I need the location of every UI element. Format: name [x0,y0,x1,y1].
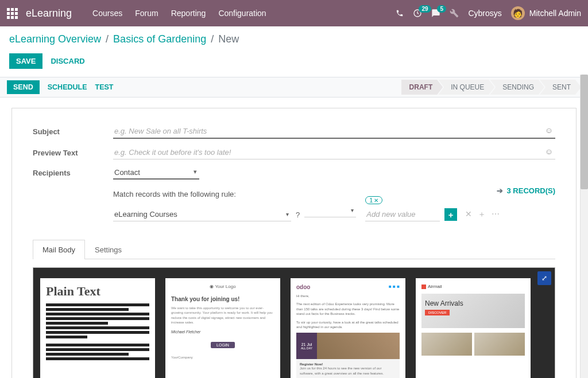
records-link[interactable]: ➔ 3 RECORD(S) [497,186,555,195]
form-sheet: Subject ☺ Preview Text ☺ Recipients Cont… [11,108,577,378]
company-switcher[interactable]: Cybrosys [468,9,501,18]
rule-operator-select[interactable]: ▾ [304,212,356,217]
schedule-button[interactable]: SCHEDULE [48,83,87,91]
workflow-buttons: SEND SCHEDULE TEST [7,80,113,94]
stage-bar: DRAFT IN QUEUE SENDING SENT [401,80,581,95]
expand-icon[interactable]: ⤢ [537,271,551,285]
template-odoo-event[interactable]: odoo■ ■ ■ Hi there, The next edition of … [291,278,405,378]
preview-input[interactable] [113,146,555,159]
form-tabs: Mail Body Settings [33,240,555,259]
preview-label: Preview Text [33,149,113,157]
activities-icon[interactable]: 29 [413,9,422,18]
emoji-icon[interactable]: ☺ [545,126,553,135]
company-name: Cybrosys [468,9,501,18]
user-avatar-icon: 🧑 [511,6,525,20]
rule-delete-icon[interactable]: ✕ [465,209,472,220]
phone-icon[interactable] [396,9,404,17]
rule-more-icon[interactable]: ⋯ [492,209,500,220]
test-button[interactable]: TEST [95,83,114,91]
rule-operator: ? [296,211,300,219]
subject-row: Subject ☺ [33,124,555,139]
nav-forum[interactable]: Forum [135,9,158,18]
user-menu[interactable]: 🧑 Mitchell Admin [511,6,581,20]
emoji-icon[interactable]: ☺ [545,147,553,156]
tag-remove-icon[interactable]: ✕ [374,197,378,204]
stage-sent[interactable]: SENT [540,80,581,95]
form-buttons: SAVE DISCARD [0,50,588,77]
match-rule-label: Match records with the following rule: [113,190,555,198]
rule-add-icon[interactable]: ＋ [478,209,486,220]
filter-rule-row: eLearning Courses▾ ? ▾ 1 ✕ + ✕ ＋ ⋯ [113,208,555,221]
template-thank-you[interactable]: ◉ Your Logo Thank you for joining us! We… [165,278,280,378]
breadcrumb: eLearning Overview / Basics of Gardening… [9,33,579,45]
send-button[interactable]: SEND [7,80,40,94]
stage-in-queue[interactable]: IN QUEUE [438,80,494,95]
mail-body-editor: ⤢ Plain Text ◉ Your Logo Thank you for j… [33,267,555,378]
template-gallery[interactable]: Plain Text ◉ Your Logo Thank you for joi… [33,268,555,378]
activities-badge: 29 [419,5,431,13]
breadcrumb-bar: eLearning Overview / Basics of Gardening… [0,26,588,50]
nav-links: Courses Forum Reporting Configuration [92,9,266,18]
messages-icon[interactable]: 5 [431,9,440,18]
app-brand[interactable]: eLearning [26,7,72,20]
user-name: Mitchell Admin [529,9,581,18]
recipients-label: Recipients [33,169,113,177]
debug-icon[interactable] [450,9,459,18]
breadcrumb-l2[interactable]: Basics of Gardening [113,33,206,45]
rule-actions: ✕ ＋ ⋯ [465,209,500,220]
add-value-button[interactable]: + [444,208,457,221]
messages-badge: 5 [437,5,446,13]
nav-reporting[interactable]: Reporting [171,9,206,18]
save-button[interactable]: SAVE [9,53,42,69]
subject-input[interactable] [113,124,555,139]
breadcrumb-l1[interactable]: eLearning Overview [9,33,101,45]
arrow-right-icon: ➔ [497,186,503,195]
breadcrumb-current: New [218,33,239,45]
apps-menu-icon[interactable] [7,8,18,19]
template-plain-text[interactable]: Plain Text [40,278,155,378]
stage-sending[interactable]: SENDING [490,80,544,95]
rule-field-select[interactable]: eLearning Courses▾ [113,208,291,221]
nav-configuration[interactable]: Configuration [218,9,266,18]
value-tag[interactable]: 1 ✕ [365,196,382,204]
status-bar: SEND SCHEDULE TEST DRAFT IN QUEUE SENDIN… [0,77,588,98]
template-new-arrivals[interactable]: Airmail New Arrivals DISCOVER [416,278,531,378]
nav-courses[interactable]: Courses [92,9,122,18]
top-navbar: eLearning Courses Forum Reporting Config… [0,0,588,26]
breadcrumb-sep: / [106,33,109,45]
tab-mail-body[interactable]: Mail Body [33,240,85,259]
tab-settings[interactable]: Settings [85,240,131,259]
navbar-right: 29 5 Cybrosys 🧑 Mitchell Admin [396,6,581,20]
page-scrollbar[interactable] [580,75,588,378]
recipients-row: Recipients Contact [33,166,555,180]
breadcrumb-sep: / [211,33,214,45]
subject-label: Subject [33,127,113,136]
preview-row: Preview Text ☺ [33,146,555,159]
stage-draft[interactable]: DRAFT [401,80,443,95]
recipients-select[interactable]: Contact [113,166,199,180]
discard-button[interactable]: DISCARD [51,57,84,65]
rule-value-input[interactable] [365,208,440,221]
